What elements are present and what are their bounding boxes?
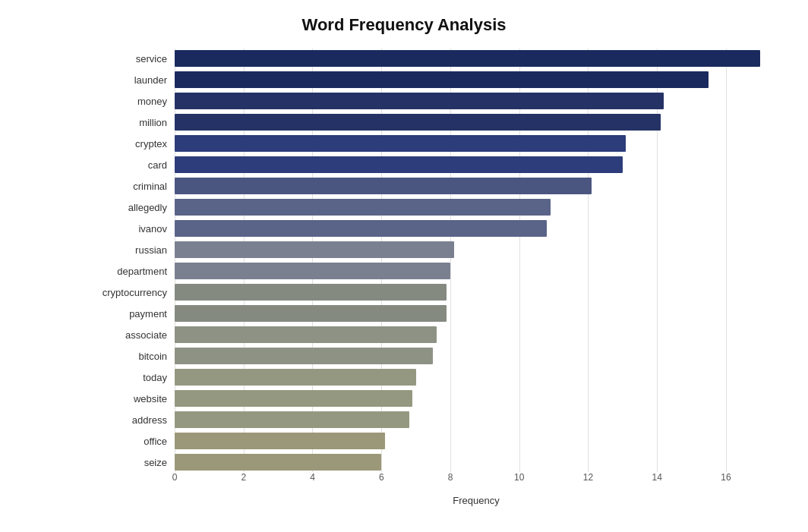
chart-title: Word Frequency Analysis [30,15,778,35]
bar-fill [175,199,551,216]
y-axis-label: seize [91,452,175,472]
bar-row [175,346,778,366]
bar-row [175,112,778,132]
y-axis-label: associate [91,325,175,345]
bar-fill [175,390,412,407]
bar-row [175,282,778,302]
bar-fill [175,284,447,301]
bar-row [175,70,778,90]
x-tick-label: 0 [172,472,178,483]
bar-fill [175,50,760,67]
x-tick-label: 4 [310,472,315,483]
bar-fill [175,263,450,279]
y-axis-label: card [91,155,175,175]
y-axis-label: cryptex [91,134,175,153]
x-axis: 0246810121416 Frequency [175,472,778,506]
y-axis-label: address [91,410,175,430]
bar-row [175,91,778,111]
bar-row [175,389,778,408]
bar-fill [175,178,592,194]
y-axis-label: office [91,431,175,451]
bar-fill [175,326,437,343]
x-tick-label: 14 [652,472,662,483]
y-axis-label: payment [91,304,175,323]
y-axis-label: website [91,389,175,408]
bar-fill [175,135,626,152]
bar-fill [175,433,385,449]
x-tick-label: 8 [448,472,453,483]
x-axis-label: Frequency [175,495,778,506]
bar-row [175,452,778,472]
y-axis-label: ivanov [91,219,175,238]
y-axis-label: today [91,367,175,387]
bar-row [175,410,778,430]
bar-row [175,261,778,281]
y-axis-labels: servicelaundermoneymillioncryptexcardcri… [91,49,175,472]
y-axis-label: russian [91,240,175,260]
x-tick-label: 10 [514,472,524,483]
y-axis-label: million [91,112,175,132]
y-axis-label: money [91,91,175,111]
bar-row [175,431,778,451]
bar-fill [175,156,623,173]
bar-row [175,367,778,387]
y-axis-label: allegedly [91,197,175,217]
bar-row [175,49,778,68]
y-axis-label: department [91,261,175,281]
chart-container: Word Frequency Analysis servicelaundermo… [0,0,808,532]
bar-row [175,304,778,323]
bar-fill [175,369,416,386]
bar-fill [175,454,381,471]
bar-row [175,197,778,217]
bar-row [175,176,778,196]
bar-fill [175,411,409,428]
y-axis-label: cryptocurrency [91,282,175,302]
y-axis-label: service [91,49,175,68]
bar-fill [175,241,454,258]
x-tick-label: 6 [379,472,384,483]
bar-row [175,219,778,238]
y-axis-label: bitcoin [91,346,175,366]
x-tick-label: 12 [583,472,593,483]
bar-fill [175,348,433,364]
x-tick-label: 2 [241,472,246,483]
bar-fill [175,93,664,109]
bar-fill [175,114,661,131]
bar-fill [175,220,547,237]
bar-fill [175,71,709,88]
bar-row [175,155,778,175]
bar-fill [175,305,447,322]
y-axis-label: criminal [91,176,175,196]
x-tick-label: 16 [721,472,731,483]
bar-row [175,325,778,345]
bar-row [175,240,778,260]
y-axis-label: launder [91,70,175,90]
bar-row [175,134,778,153]
